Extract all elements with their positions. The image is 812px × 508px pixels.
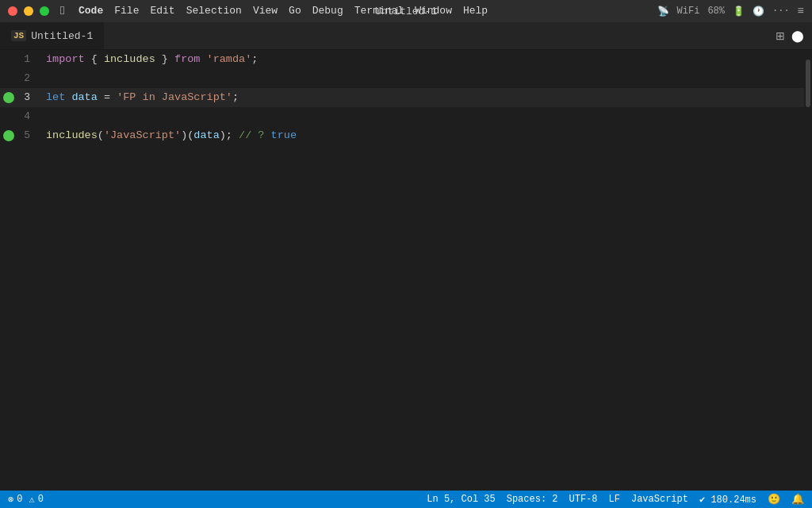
menu-view[interactable]: View [253,5,278,18]
code-editor[interactable]: import { includes } from 'ramda' ; let d… [40,50,804,491]
gutter-line-3: 3 [0,88,40,107]
window-title: Untitled-1 [375,6,437,17]
status-right: Ln 5, Col 35 Spaces: 2 UTF-8 LF JavaScri… [427,493,804,506]
menu-edit[interactable]: Edit [150,5,174,18]
token-ramda: 'ramda' [207,50,252,69]
line-number-3: 3 [14,88,36,107]
code-line-2 [40,69,804,88]
error-number: 0 [17,494,22,505]
maximize-button[interactable] [40,6,49,16]
token-let: let [46,88,65,107]
token-equals: = [98,88,117,107]
breakpoint-indicator-5[interactable] [3,130,14,141]
traffic-lights [8,6,49,16]
spaces-indicator[interactable]: Spaces: 2 [507,494,558,505]
code-line-3: let data = 'FP in JavaScript' ; [40,88,804,107]
tab-filename: Untitled-1 [31,30,93,42]
error-count[interactable]: ⊗ 0 ⚠ 0 [8,494,44,506]
token-data-arg: data [193,126,219,145]
statusbar: ⊗ 0 ⚠ 0 Ln 5, Col 35 Spaces: 2 UTF-8 LF … [0,491,812,508]
menu-help[interactable]: Help [463,5,488,18]
gutter-line-1: 1 [0,50,40,69]
gutter-line-4: 4 [0,107,40,126]
cursor-position[interactable]: Ln 5, Col 35 [427,494,495,505]
token-paren-close-open: )( [181,126,193,145]
dot-indicator: ⬤ [791,29,804,42]
status-left: ⊗ 0 ⚠ 0 [8,494,44,506]
line-number-5: 5 [14,126,36,145]
clock-icon: 🕐 [753,6,764,17]
tabbar: JS Untitled-1 ⊞ ⬤ [0,22,812,50]
language-indicator[interactable]: JavaScript [631,494,688,505]
token-from: from [174,50,200,69]
token-space-2 [65,88,71,107]
warning-number: 0 [38,494,44,505]
battery-icon: 🔋 [733,6,745,17]
scrollbar-thumb[interactable] [806,60,810,107]
token-semicolon-3: ; [232,88,239,107]
token-includes-call: includes [46,126,98,145]
token-space [200,50,206,69]
line-ending-indicator[interactable]: LF [609,494,620,505]
apple-menu[interactable]:  [60,5,67,18]
token-semicolon-1: ; [251,50,258,69]
menu-file[interactable]: File [114,5,139,18]
breakpoint-indicator-3[interactable] [3,92,14,103]
wifi-icon: WiFi [677,6,700,17]
titlebar-right: 📡 WiFi 68% 🔋 🕐 ··· ≡ [657,5,804,17]
minimize-button[interactable] [24,6,33,16]
smiley-icon[interactable]: 🙂 [768,493,780,506]
token-true: true [271,126,297,145]
token-paren-open: ( [98,126,104,145]
token-close-semicolon: ); [220,126,239,145]
line-number-4: 4 [14,107,36,126]
warning-icon: ⚠ [29,494,34,506]
more-icon[interactable]: ··· [772,6,790,17]
titlebar:  Code File Edit Selection View Go Debug… [0,0,812,22]
network-icon: 📡 [657,6,669,17]
tab-filetype-icon: JS [11,30,26,41]
token-comment: // ? [239,126,271,145]
vertical-scrollbar[interactable] [804,50,812,491]
token-js-string: 'JavaScript' [104,126,181,145]
error-icon: ⊗ [8,494,13,506]
menu-code[interactable]: Code [79,5,103,18]
menu-selection[interactable]: Selection [186,5,242,18]
timing-indicator: ✔ 180.24ms [699,494,756,506]
line-number-2: 2 [14,69,36,88]
tab-actions: ⊞ ⬤ [776,29,812,42]
token-brace-open: { [85,50,104,69]
editor-area: 1 2 3 4 5 import { includes } [0,50,812,491]
menu-go[interactable]: Go [289,5,301,18]
close-button[interactable] [8,6,17,16]
token-import: import [46,50,85,69]
menu-debug[interactable]: Debug [312,5,343,18]
gutter: 1 2 3 4 5 [0,50,40,491]
battery-label: 68% [707,6,725,17]
code-line-5: includes ( 'JavaScript' )( data ); // ? … [40,126,804,145]
editor-tab[interactable]: JS Untitled-1 [0,22,105,49]
token-brace-close: } [155,50,174,69]
bell-icon[interactable]: 🔔 [791,493,804,506]
token-fp-string: 'FP in JavaScript' [117,88,232,107]
token-includes: includes [104,50,155,69]
token-data-var: data [71,88,97,107]
line-number-1: 1 [14,50,36,69]
gutter-line-5: 5 [0,126,40,145]
sidebar-icon[interactable]: ≡ [798,5,804,17]
split-editor-button[interactable]: ⊞ [776,29,785,42]
encoding-indicator[interactable]: UTF-8 [569,494,598,505]
code-line-4 [40,107,804,126]
gutter-line-2: 2 [0,69,40,88]
code-line-1: import { includes } from 'ramda' ; [40,50,804,69]
